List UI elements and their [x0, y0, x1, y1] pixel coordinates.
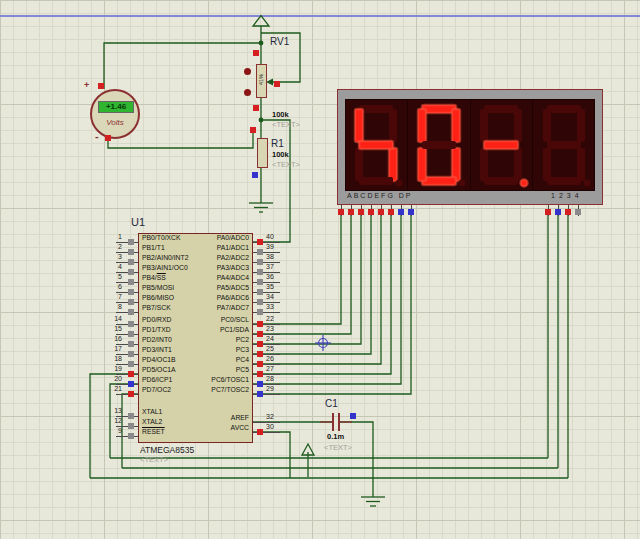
pin-state-16	[128, 341, 134, 347]
rv1-ref-label: RV1	[270, 36, 289, 47]
pin-number-34: 34	[266, 293, 292, 301]
digit-1	[345, 99, 408, 191]
pin-label-PC3: PC3	[141, 346, 249, 354]
pin-label-AREF: AREF	[141, 414, 249, 422]
voltmeter-plus-label: +	[84, 80, 89, 90]
ground-terminal-icon	[253, 16, 269, 27]
wire	[122, 394, 138, 468]
pin-number-19: 19	[96, 365, 122, 373]
wire	[108, 132, 253, 148]
pin-stub-21	[116, 394, 138, 395]
pin-state-5	[128, 279, 134, 285]
chip-placeholder-label: <TEXT>	[140, 455, 168, 464]
pin-state-6	[128, 289, 134, 295]
pin-number-7: 7	[96, 293, 122, 301]
pin-state-3	[128, 259, 134, 265]
pin-state-38	[257, 259, 263, 265]
r1-ref-label: R1	[271, 138, 284, 149]
pin-number-15: 15	[96, 325, 122, 333]
wire	[104, 43, 261, 89]
wiper-arrow-icon	[266, 79, 273, 86]
pin-label-PC6/TOSC1: PC6/TOSC1	[141, 376, 249, 384]
pin-state-29	[257, 391, 263, 397]
seg-pin-G-state	[398, 209, 404, 215]
seg-pin-P-state	[408, 209, 414, 215]
seg-pin-F-state	[388, 209, 394, 215]
capacitor-symbol	[320, 413, 352, 431]
pin-state-34	[257, 299, 263, 305]
seg-pin-C-state	[358, 209, 364, 215]
rv1-wiper-terminal	[274, 81, 280, 87]
pin-number-20: 20	[96, 375, 122, 383]
pin-number-25: 25	[266, 345, 292, 353]
pin-number-40: 40	[266, 233, 292, 241]
pin-label-PA6/ADC6: PA6/ADC6	[141, 294, 249, 302]
pin-state-22	[257, 321, 263, 327]
pin-number-12: 12	[96, 417, 122, 425]
digit-pin-4-state	[575, 209, 581, 215]
rv1-value-label: 100k	[272, 110, 289, 119]
pin-label-PA0/ADC0: PA0/ADC0	[141, 234, 249, 242]
rv1-increase-button[interactable]	[244, 68, 251, 75]
pin-number-17: 17	[96, 345, 122, 353]
pin-label-PA7/ADC7: PA7/ADC7	[141, 304, 249, 312]
pin-state-25	[257, 351, 263, 357]
pin-state-30	[257, 429, 263, 435]
voltmeter-minus-terminal	[105, 135, 111, 141]
pin-state-14	[128, 321, 134, 327]
rv1-top-terminal	[253, 50, 259, 56]
pin-state-36	[257, 279, 263, 285]
pin-number-26: 26	[266, 355, 292, 363]
resistor-r1[interactable]	[257, 138, 268, 168]
pin-number-8: 8	[96, 303, 122, 311]
voltmeter-reading: +1.46	[98, 101, 134, 113]
pin-number-6: 6	[96, 283, 122, 291]
pin-label-PC0/SCL: PC0/SCL	[141, 316, 249, 324]
pin-label-PC2: PC2	[141, 336, 249, 344]
pin-number-23: 23	[266, 325, 292, 333]
r1-value-label: 100k	[272, 150, 289, 159]
pin-state-37	[257, 269, 263, 275]
junction-dot	[259, 41, 264, 46]
pin-state-27	[257, 371, 263, 377]
schematic-canvas: U1 ATMEGA8535 <TEXT> 1PB0/T0/XCK2PB1/T13…	[0, 0, 640, 539]
c1-placeholder-label: <TEXT>	[324, 443, 352, 452]
seg-pin-E-state	[378, 209, 384, 215]
pin-number-5: 5	[96, 273, 122, 281]
pin-state-2	[128, 249, 134, 255]
pin-state-4	[128, 269, 134, 275]
pin-number-14: 14	[96, 315, 122, 323]
pin-number-35: 35	[266, 283, 292, 291]
pin-number-21: 21	[96, 385, 122, 393]
pin-number-16: 16	[96, 335, 122, 343]
pin-number-22: 22	[266, 315, 292, 323]
pin-state-21	[128, 391, 134, 397]
wire	[253, 432, 290, 478]
pin-label-AVCC: AVCC	[141, 424, 249, 432]
r1-placeholder-label: <TEXT>	[272, 160, 300, 169]
pin-number-24: 24	[266, 335, 292, 343]
pin-number-37: 37	[266, 263, 292, 271]
voltmeter-unit-label: Volts	[92, 118, 138, 127]
rv1-placeholder-label: <TEXT>	[272, 120, 300, 129]
pin-state-39	[257, 249, 263, 255]
rv1-wiper-percent: 41%	[258, 71, 264, 85]
c1-ref-label: C1	[325, 398, 338, 409]
pin-label-PC7/TOSC2: PC7/TOSC2	[141, 386, 249, 394]
r1-top-terminal	[250, 127, 256, 133]
pin-number-18: 18	[96, 355, 122, 363]
rv1-decrease-button[interactable]	[244, 89, 251, 96]
digit-pin-1-state	[545, 209, 551, 215]
pin-number-4: 4	[96, 263, 122, 271]
pin-label-PC4: PC4	[141, 356, 249, 364]
pin-number-33: 33	[266, 303, 292, 311]
voltmeter-plus-terminal	[98, 83, 104, 89]
pin-state-20	[128, 381, 134, 387]
pin-number-3: 3	[96, 253, 122, 261]
pin-label-PA3/ADC3: PA3/ADC3	[141, 264, 249, 272]
pin-state-18	[128, 361, 134, 367]
power-arrow-icon	[302, 444, 314, 455]
pin-stub-8	[116, 312, 138, 313]
c1-value-label: 0.1m	[327, 432, 344, 441]
pin-label-PC1/SDA: PC1/SDA	[141, 326, 249, 334]
